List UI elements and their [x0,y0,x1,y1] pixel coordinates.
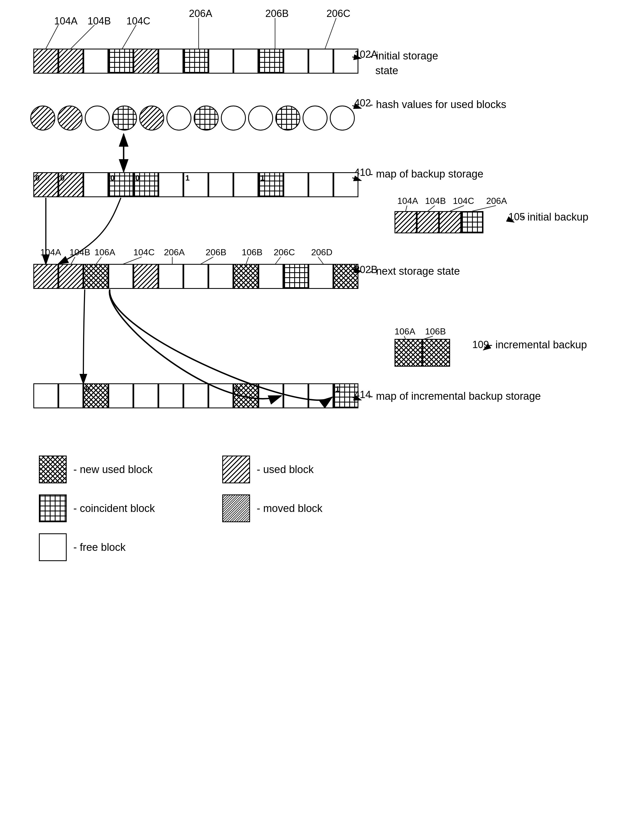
arrow-big-curve-1 [109,290,281,398]
map-block-10: 1 [258,172,284,197]
inc-map-2 [58,383,83,408]
map-block-7: 1 [183,172,209,197]
legend-right-area: - used block - moved block [222,455,322,522]
block-r1-4 [108,49,133,74]
row-initial-storage [33,49,359,74]
next-block-7 [183,264,209,289]
circle-5 [139,106,164,130]
row-map-backup: 0 0 0 0 1 1 [33,172,359,197]
row-initial-backup [394,211,483,233]
init-backup-block-2 [417,211,439,233]
connector-206A-2 [472,205,496,211]
legend-free-label: - free block [74,541,126,553]
inc-map-3: 0 [83,383,108,408]
legend-area: - new used block - coincident block - fr… [39,455,155,561]
map-block-1: 0 [33,172,58,197]
block-r1-10 [258,49,284,74]
next-block-3 [83,264,108,289]
row-map-incremental: 0 0 1 [33,383,359,408]
connector-104A-2 [406,205,407,211]
inc-map-4 [108,383,133,408]
connector-106B-3 [246,257,248,265]
diagram-container: 104A 104B 104C 206A 206B 206C 102A - ini… [0,0,644,815]
label-104C-1: 104C [126,15,150,27]
desc-102A: - initial storage state [370,49,438,78]
label-206D-3: 206D [311,247,333,257]
label-206A-2: 206A [486,196,507,206]
label-206B-3: 206B [205,247,227,257]
desc-105: - initial backup [521,211,589,223]
row-incremental-backup [394,339,450,367]
legend-coincident-row: - coincident block [39,495,155,522]
circle-10 [275,106,301,130]
map-block-2: 0 [58,172,83,197]
desc-402: - hash values for used blocks [370,97,506,112]
init-backup-block-4 [461,211,483,233]
legend-block-coincident [39,495,67,522]
desc-109: - incremental backup [489,339,587,351]
circle-4 [112,106,137,130]
circle-3 [85,106,110,130]
block-r1-5 [133,49,158,74]
block-r1-12 [308,49,333,74]
desc-202B: - next storage state [370,264,460,279]
inc-map-5 [133,383,158,408]
init-backup-block-3 [439,211,461,233]
legend-free-row: - free block [39,533,155,561]
label-206C-3: 206C [274,247,295,257]
label-106A-3: 106A [95,247,115,257]
legend-used-row: - used block [222,455,322,483]
connector-104B-3 [71,257,75,265]
label-206B-1: 206B [265,8,289,20]
legend-block-used [222,455,250,483]
legend-coincident-label: - coincident block [74,502,155,515]
row-hash-values [29,106,356,130]
next-block-11 [284,264,308,289]
inc-map-1 [33,383,58,408]
desc-410: - map of backup storage [370,167,483,181]
label-104B-1: 104B [87,15,111,27]
block-r1-9 [233,49,258,74]
label-104A-1: 104A [54,15,78,27]
circle-6 [166,106,192,130]
map-block-5: 0 [133,172,158,197]
connector-104B-1 [71,25,95,49]
label-206A-3: 206A [164,247,185,257]
circle-7 [194,106,219,130]
next-block-6 [158,264,183,289]
connector-206C-1 [325,18,336,49]
map-block-6 [158,172,183,197]
label-104A-3: 104A [40,247,61,257]
label-109: 109 [472,339,489,351]
label-106A-4: 106A [394,326,416,337]
label-104B-2: 104B [425,196,446,206]
map-block-11 [284,172,308,197]
block-r1-6 [158,49,183,74]
inc-map-8 [209,383,233,408]
map-block-3 [83,172,108,197]
label-206A-1: 206A [189,8,212,20]
legend-new-used-row: - new used block [39,455,155,483]
circle-2 [58,106,83,130]
legend-used-label: - used block [257,464,314,476]
connector-104A-3 [46,257,47,265]
connector-106A-3 [96,257,101,265]
inc-map-12 [308,383,333,408]
inc-map-13: 1 [333,383,359,408]
next-block-9 [233,264,258,289]
connector-206B-3 [200,257,213,265]
next-block-8 [209,264,233,289]
next-block-5 [133,264,158,289]
inc-map-6 [158,383,183,408]
connector-104A-1 [46,25,58,49]
next-block-4 [108,264,133,289]
block-r1-11 [284,49,308,74]
legend-new-used-label: - new used block [74,464,153,476]
inc-map-11 [284,383,308,408]
legend-moved-label: - moved block [257,502,322,515]
block-r1-3 [83,49,108,74]
legend-block-free [39,533,67,561]
connector-104C-3 [122,257,142,265]
label-104B-3: 104B [69,247,90,257]
label-104C-3: 104C [133,247,155,257]
